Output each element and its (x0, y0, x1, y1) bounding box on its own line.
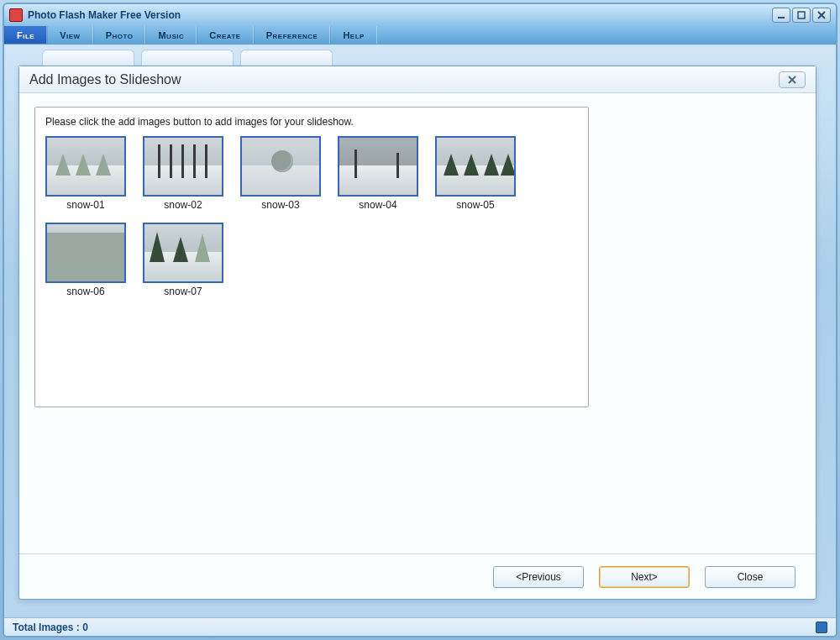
dialog-body: Please click the add images button to ad… (19, 93, 816, 553)
instruction-text: Please click the add images button to ad… (45, 116, 578, 128)
thumbnail-label: snow-04 (359, 199, 396, 211)
thumbnail-image (45, 136, 126, 197)
thumbnail-image (338, 136, 418, 197)
next-button[interactable]: Next> (599, 566, 690, 588)
thumbnail-label: snow-07 (164, 286, 202, 297)
menu-preference[interactable]: Preference (254, 26, 331, 44)
thumbnail-image (45, 223, 126, 283)
thumbnail-label: snow-03 (261, 199, 299, 211)
add-images-dialog: Add Images to Slideshow Please click the… (18, 66, 816, 600)
close-window-button[interactable] (812, 8, 831, 23)
thumbnail[interactable]: snow-02 (143, 136, 223, 211)
window-buttons (772, 8, 831, 23)
thumbnail-label: snow-06 (66, 286, 104, 297)
image-group: Please click the add images button to ad… (34, 107, 589, 407)
maximize-icon (797, 11, 806, 19)
menubar: FileViewPhotoMusicCreatePreferenceHelp (4, 26, 836, 45)
thumbnail-label: snow-05 (456, 199, 494, 211)
menu-photo[interactable]: Photo (93, 26, 146, 44)
status-total-images: Total Images : 0 (13, 622, 88, 633)
thumbnail[interactable]: snow-07 (143, 223, 223, 297)
menu-create[interactable]: Create (197, 26, 253, 44)
thumbnail-image (143, 136, 223, 197)
svg-rect-1 (798, 12, 805, 18)
app-icon (9, 8, 23, 22)
titlebar[interactable]: Photo Flash Maker Free Version (4, 4, 836, 26)
minimize-button[interactable] (772, 8, 790, 23)
thumbnail-image (240, 136, 321, 197)
app-title: Photo Flash Maker Free Version (28, 9, 181, 21)
maximize-button[interactable] (792, 8, 811, 23)
dialog-close-button[interactable] (779, 71, 806, 88)
thumbnail[interactable]: snow-01 (45, 136, 126, 211)
thumbnail-label: snow-02 (164, 199, 202, 211)
close-button[interactable]: Close (705, 566, 795, 588)
thumbnail[interactable]: snow-03 (240, 136, 321, 211)
minimize-icon (777, 11, 785, 19)
thumbnail-label: snow-01 (66, 199, 104, 211)
previous-button[interactable]: <Previous (493, 566, 584, 588)
thumbnail[interactable]: snow-05 (435, 136, 516, 211)
menu-file[interactable]: File (4, 26, 47, 44)
statusbar: Total Images : 0 (4, 617, 836, 636)
thumbnail-grid: snow-01snow-02snow-03snow-04snow-05snow-… (45, 136, 578, 297)
close-icon (817, 11, 826, 19)
thumbnail[interactable]: snow-06 (45, 223, 126, 297)
close-icon (787, 75, 797, 85)
menu-help[interactable]: Help (330, 26, 377, 44)
menu-music[interactable]: Music (145, 26, 197, 44)
thumbnail-image (143, 223, 223, 283)
dialog-footer: <Previous Next> Close (19, 553, 816, 599)
dialog-title: Add Images to Slideshow (29, 72, 181, 87)
menu-view[interactable]: View (47, 26, 92, 44)
resize-grip-icon[interactable] (816, 622, 827, 633)
thumbnail[interactable]: snow-04 (338, 136, 418, 211)
dialog-titlebar[interactable]: Add Images to Slideshow (19, 66, 816, 93)
thumbnail-image (435, 136, 516, 197)
